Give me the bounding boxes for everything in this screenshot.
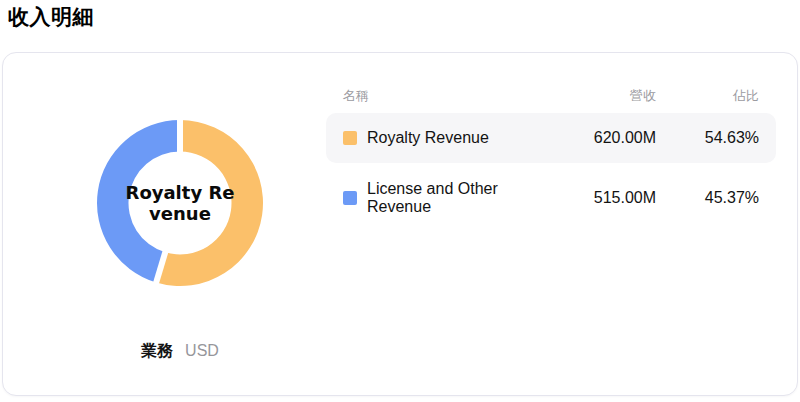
series-share-value: 54.63% [656, 129, 759, 147]
revenue-breakdown-card: Royalty Re venue 業務 USD 名稱 營收 佔比 Royalty… [2, 52, 798, 396]
series-share-value: 45.37% [656, 189, 759, 207]
chart-caption-currency: USD [185, 342, 219, 360]
donut-chart[interactable]: Royalty Re venue [80, 103, 280, 303]
series-color-swatch [343, 131, 357, 145]
series-revenue-value: 515.00M [546, 189, 656, 207]
header-share: 佔比 [656, 87, 759, 105]
chart-caption: 業務 USD [80, 339, 280, 363]
series-revenue-value: 620.00M [546, 129, 656, 147]
page-title: 收入明細 [8, 3, 94, 31]
chart-caption-dimension: 業務 [141, 341, 173, 362]
series-name: Royalty Revenue [367, 129, 489, 147]
donut-chart-svg[interactable] [80, 103, 280, 303]
legend-table: 名稱 營收 佔比 Royalty Revenue 620.00M 54.63% … [326, 87, 776, 233]
legend-row-royalty-revenue[interactable]: Royalty Revenue 620.00M 54.63% [326, 113, 776, 163]
series-color-swatch [343, 191, 357, 205]
series-name: License and Other Revenue [367, 180, 546, 216]
legend-row-license-and-other-revenue[interactable]: License and Other Revenue 515.00M 45.37% [326, 173, 776, 223]
header-name: 名稱 [343, 87, 546, 105]
legend-table-header: 名稱 營收 佔比 [326, 87, 776, 105]
header-revenue: 營收 [546, 87, 656, 105]
